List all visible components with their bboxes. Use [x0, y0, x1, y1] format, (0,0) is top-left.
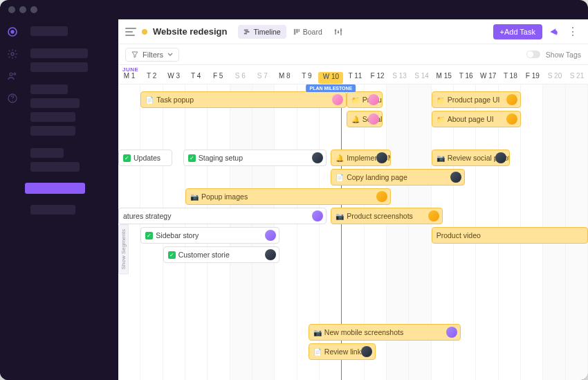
task-type-icon: 📷	[190, 193, 199, 201]
assignee-avatar[interactable]	[312, 210, 323, 221]
task-bar[interactable]: ✓Staging setup	[183, 150, 327, 166]
sidebar-item[interactable]	[30, 48, 88, 58]
assignee-avatar[interactable]	[265, 230, 276, 241]
traffic-light-max[interactable]	[30, 6, 37, 13]
timeline-day[interactable]: T 11	[344, 72, 366, 84]
timeline-day[interactable]: F 12	[367, 72, 389, 84]
sidebar	[25, 19, 118, 380]
sidebar-item[interactable]	[30, 205, 75, 215]
timeline-day[interactable]: S 20	[544, 72, 566, 84]
help-icon[interactable]	[7, 93, 18, 104]
view-timeline-label: Timeline	[253, 28, 280, 36]
add-task-button[interactable]: +Add Task	[493, 24, 542, 39]
timeline-day[interactable]: T 4	[185, 72, 207, 84]
task-bar[interactable]: Product video	[432, 227, 588, 244]
timeline-day[interactable]: W 17	[477, 72, 499, 84]
svg-rect-9	[244, 33, 247, 34]
traffic-light-min[interactable]	[19, 6, 26, 13]
assignee-avatar[interactable]	[332, 94, 343, 105]
timeline-day[interactable]: M 1	[118, 72, 140, 84]
timeline-day[interactable]: T 16	[455, 72, 477, 84]
assignee-avatar[interactable]	[506, 94, 517, 105]
task-bar[interactable]: 🔔Social	[347, 111, 383, 127]
timeline-day[interactable]: S 7	[251, 72, 273, 84]
more-icon[interactable]: ⋮	[564, 25, 581, 38]
task-type-icon: 📁	[437, 96, 445, 104]
sidebar-item[interactable]	[30, 112, 75, 122]
timeline-day[interactable]: T 2	[140, 72, 163, 84]
check-icon: ✓	[123, 154, 131, 162]
timeline-day[interactable]: S 6	[229, 72, 251, 84]
view-timeline-button[interactable]: Timeline	[238, 25, 286, 39]
assignee-avatar[interactable]	[361, 346, 372, 357]
view-board-label: Board	[303, 28, 322, 36]
task-bar[interactable]: atures strategy	[118, 208, 327, 224]
task-bar[interactable]: ✓Customer storie	[163, 246, 279, 263]
timeline-day[interactable]: F 19	[522, 72, 544, 84]
show-tags-toggle[interactable]	[526, 51, 540, 58]
task-bar[interactable]: 📄Review links	[309, 343, 376, 360]
timeline-view[interactable]: JUNE M 1T 2W 3T 4F 5S 6S 7M 8T 9W 10PLAN…	[118, 65, 588, 380]
window-titlebar	[0, 0, 588, 19]
task-bar[interactable]: 🔔Implement CMS	[331, 150, 391, 166]
nav-rail	[0, 19, 25, 380]
task-bar[interactable]: ✓Sidebar story	[140, 227, 279, 244]
assignee-avatar[interactable]	[450, 172, 461, 183]
task-bar[interactable]: 📷Popup images	[185, 188, 391, 205]
menu-icon[interactable]	[125, 28, 136, 36]
logo-icon[interactable]	[7, 26, 18, 37]
task-bar[interactable]: 📁About page UI	[432, 111, 521, 127]
assignee-avatar[interactable]	[446, 327, 457, 338]
task-bar[interactable]: 📁Produc	[347, 91, 383, 108]
task-type-icon: 📷	[336, 212, 344, 220]
timeline-day[interactable]: W 3	[163, 72, 185, 84]
sidebar-item[interactable]	[30, 126, 75, 136]
task-bar[interactable]: 📷Product screenshots	[331, 208, 443, 224]
settings-icon[interactable]	[333, 27, 343, 37]
filters-button[interactable]: Filters	[125, 48, 179, 62]
sidebar-item[interactable]	[30, 26, 68, 36]
sidebar-item[interactable]	[30, 98, 80, 108]
show-tags-label: Show Tags	[546, 51, 581, 59]
timeline-day[interactable]: M 15	[433, 72, 455, 84]
gear-icon[interactable]	[7, 48, 18, 60]
task-bar[interactable]: 📷Review social proof	[432, 150, 510, 166]
sidebar-item[interactable]	[30, 148, 64, 158]
assignee-avatar[interactable]	[312, 152, 323, 163]
status-dot-icon	[142, 29, 147, 35]
sidebar-item[interactable]	[30, 84, 68, 94]
timeline-day[interactable]: S 14	[411, 72, 433, 84]
assignee-avatar[interactable]	[368, 114, 379, 125]
timeline-day[interactable]: S 21	[566, 72, 588, 84]
timeline-day[interactable]: W 10PLAN MILESTONE	[318, 72, 343, 84]
task-label: Task popup	[156, 96, 194, 104]
task-label: Product screenshots	[347, 212, 413, 220]
timeline-day[interactable]: T 9	[295, 72, 318, 84]
svg-point-13	[334, 29, 336, 31]
task-bar[interactable]: 📄Task popup	[140, 91, 346, 108]
task-type-icon: 📄	[145, 96, 154, 104]
task-bar[interactable]: 📄Copy landing page	[331, 169, 465, 186]
task-label: Staging setup	[199, 154, 243, 162]
task-bar[interactable]: 📁Product page UI	[432, 91, 521, 108]
task-bar[interactable]: ✓Updates	[118, 150, 172, 166]
sidebar-item-active[interactable]	[25, 183, 85, 194]
assignee-avatar[interactable]	[428, 210, 439, 221]
assignee-avatar[interactable]	[506, 114, 517, 125]
timeline-icon	[244, 28, 250, 35]
share-icon[interactable]	[548, 26, 559, 37]
assignee-avatar[interactable]	[265, 249, 276, 260]
assignee-avatar[interactable]	[368, 94, 379, 105]
task-bar[interactable]: 📷New mobile screenshots	[309, 324, 461, 341]
traffic-light-close[interactable]	[8, 6, 15, 13]
sidebar-item[interactable]	[30, 62, 88, 72]
timeline-day[interactable]: M 8	[273, 72, 295, 84]
assignee-avatar[interactable]	[495, 152, 506, 163]
timeline-day[interactable]: F 5	[207, 72, 229, 84]
view-board-button[interactable]: Board	[288, 25, 328, 39]
timeline-day[interactable]: S 13	[389, 72, 411, 84]
sidebar-item[interactable]	[30, 162, 80, 172]
timeline-day[interactable]: T 18	[499, 72, 522, 84]
users-icon[interactable]	[7, 71, 18, 82]
assignee-avatar[interactable]	[376, 191, 387, 202]
